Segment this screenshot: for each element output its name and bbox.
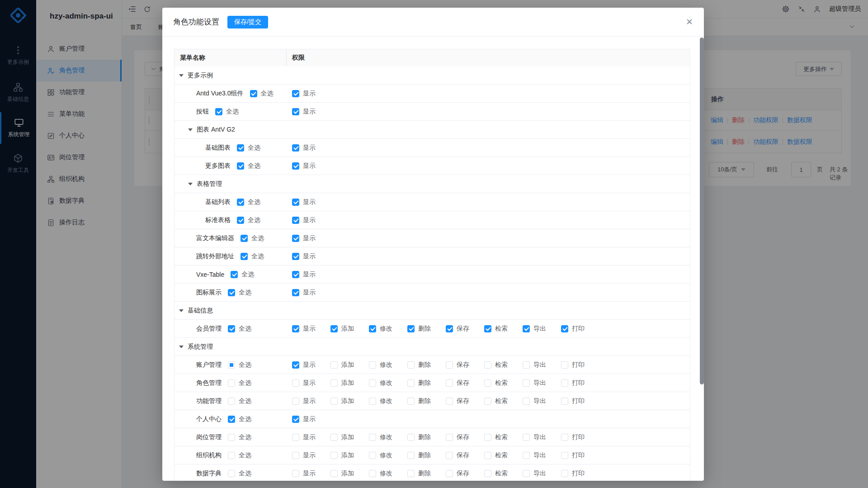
select-all-checkbox[interactable]	[237, 199, 244, 206]
permission-checkbox[interactable]	[446, 470, 453, 477]
select-all-checkbox[interactable]	[228, 379, 235, 387]
permission-checkbox[interactable]	[523, 452, 530, 459]
permission-checkbox[interactable]	[446, 325, 453, 332]
permission-checkbox[interactable]	[292, 325, 299, 332]
permission-checkbox[interactable]	[561, 361, 568, 369]
permission-checkbox[interactable]	[292, 379, 299, 387]
permission-checkbox[interactable]	[561, 325, 568, 332]
select-all-checkbox[interactable]	[228, 398, 235, 405]
permission-checkbox[interactable]	[561, 379, 568, 387]
permission-label: 修改	[380, 397, 392, 405]
permission-checkbox[interactable]	[407, 470, 415, 477]
permission-checkbox[interactable]	[484, 325, 491, 332]
permission-checkbox[interactable]	[484, 361, 491, 369]
permission-checkbox[interactable]	[369, 434, 376, 441]
permission-checkbox[interactable]	[292, 416, 299, 423]
permission-checkbox[interactable]	[330, 398, 338, 405]
modal-scrollbar-thumb[interactable]	[700, 38, 704, 384]
permission-checkbox[interactable]	[330, 379, 338, 387]
permission-checkbox[interactable]	[484, 434, 491, 441]
caret-down-icon[interactable]	[188, 183, 193, 185]
permission-checkbox[interactable]	[446, 398, 453, 405]
permission-checkbox[interactable]	[369, 361, 376, 369]
select-all-checkbox[interactable]	[250, 90, 257, 97]
save-submit-button[interactable]: 保存/提交	[227, 16, 268, 28]
permission-checkbox[interactable]	[561, 452, 568, 459]
permission-checkbox[interactable]	[446, 434, 453, 441]
permission-checkbox[interactable]	[523, 361, 530, 369]
caret-down-icon[interactable]	[179, 346, 184, 348]
permission-checkbox[interactable]	[484, 379, 491, 387]
permission-checkbox[interactable]	[369, 325, 376, 332]
permission-label: 修改	[380, 361, 392, 369]
permission-checkbox[interactable]	[292, 108, 299, 115]
select-all-checkbox[interactable]	[237, 162, 244, 170]
select-all-checkbox[interactable]	[237, 217, 244, 224]
modal-header: 角色功能设置 保存/提交 ✕	[162, 8, 704, 37]
permission-checkbox[interactable]	[292, 199, 299, 206]
select-all-checkbox[interactable]	[228, 416, 235, 423]
permission-checkbox[interactable]	[484, 398, 491, 405]
permission-checkbox[interactable]	[292, 90, 299, 97]
permission-checkbox[interactable]	[523, 398, 530, 405]
permission-checkbox[interactable]	[369, 470, 376, 477]
menu-name-column-header: 菜单名称	[175, 49, 287, 66]
select-all-checkbox[interactable]	[231, 271, 238, 278]
select-all-checkbox[interactable]	[228, 289, 235, 296]
permission-checkbox[interactable]	[292, 144, 299, 152]
select-all-checkbox[interactable]	[215, 108, 222, 115]
permission-checkbox[interactable]	[407, 361, 415, 369]
permission-checkbox[interactable]	[292, 361, 299, 369]
menu-name: 系统管理	[188, 343, 213, 351]
permission-checkbox[interactable]	[292, 217, 299, 224]
permission-checkbox[interactable]	[292, 235, 299, 242]
permission-checkbox[interactable]	[330, 452, 338, 459]
permission-checkbox[interactable]	[292, 289, 299, 296]
select-all-checkbox[interactable]	[228, 470, 235, 477]
permission-checkbox[interactable]	[561, 470, 568, 477]
permission-checkbox[interactable]	[369, 379, 376, 387]
close-icon[interactable]: ✕	[686, 18, 693, 26]
caret-down-icon[interactable]	[179, 74, 184, 77]
tree-row: 基础列表全选显示	[175, 193, 690, 211]
permission-checkbox[interactable]	[484, 470, 491, 477]
permission-checkbox[interactable]	[407, 452, 415, 459]
permission-checkbox[interactable]	[292, 253, 299, 260]
select-all-checkbox[interactable]	[237, 144, 244, 152]
permission-checkbox[interactable]	[292, 162, 299, 170]
permission-checkbox[interactable]	[292, 452, 299, 459]
permission-checkbox[interactable]	[523, 379, 530, 387]
select-all-checkbox[interactable]	[228, 361, 235, 369]
permission-checkbox[interactable]	[330, 325, 338, 332]
select-all-checkbox[interactable]	[228, 325, 235, 332]
caret-down-icon[interactable]	[179, 309, 184, 312]
permission-checkbox[interactable]	[446, 361, 453, 369]
permission-checkbox[interactable]	[292, 434, 299, 441]
permission-checkbox[interactable]	[292, 470, 299, 477]
permission-checkbox[interactable]	[407, 325, 415, 332]
permission-checkbox[interactable]	[292, 271, 299, 278]
permission-checkbox[interactable]	[407, 398, 415, 405]
permission-checkbox[interactable]	[446, 452, 453, 459]
permission-checkbox[interactable]	[523, 325, 530, 332]
select-all-checkbox[interactable]	[241, 253, 248, 260]
select-all-checkbox[interactable]	[228, 452, 235, 459]
permission-checkbox[interactable]	[407, 434, 415, 441]
permission-checkbox[interactable]	[446, 379, 453, 387]
permission-checkbox[interactable]	[330, 361, 338, 369]
caret-down-icon[interactable]	[188, 128, 193, 131]
select-all-checkbox[interactable]	[241, 235, 248, 242]
permission-checkbox[interactable]	[369, 398, 376, 405]
permission-checkbox[interactable]	[561, 398, 568, 405]
permission-checkbox[interactable]	[292, 398, 299, 405]
permission-checkbox[interactable]	[369, 452, 376, 459]
select-all-checkbox[interactable]	[228, 434, 235, 441]
permission-checkbox[interactable]	[330, 470, 338, 477]
permission-checkbox[interactable]	[484, 452, 491, 459]
permission-pair: 修改	[369, 361, 392, 369]
permission-checkbox[interactable]	[523, 434, 530, 441]
permission-checkbox[interactable]	[330, 434, 338, 441]
permission-checkbox[interactable]	[523, 470, 530, 477]
permission-checkbox[interactable]	[407, 379, 415, 387]
permission-checkbox[interactable]	[561, 434, 568, 441]
